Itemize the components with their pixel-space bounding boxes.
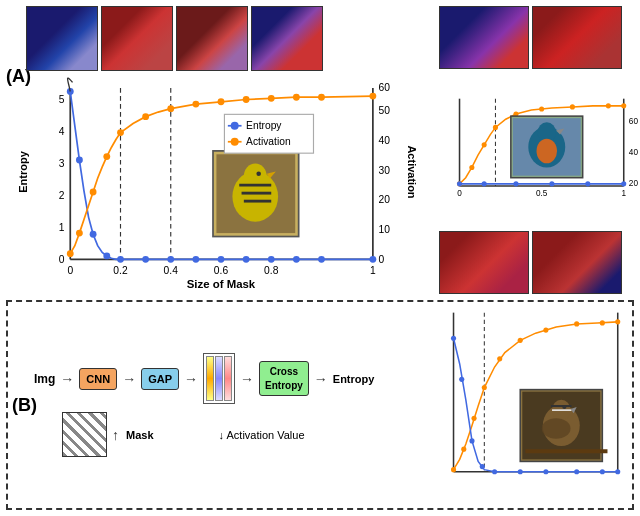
bird-images-right-top [439, 6, 634, 71]
rb-act-dot-4 [497, 356, 502, 361]
main-container: (A) Entropy Activation [0, 0, 640, 516]
r-ent-dot-3 [549, 181, 554, 186]
x-axis-label: Size of Mask [187, 278, 256, 290]
bird-image-2 [101, 6, 173, 71]
rb-act-dot-5 [518, 338, 523, 343]
x-tick-04: 0.4 [164, 265, 179, 276]
r-act-dot-1 [469, 165, 474, 170]
flow-row-2: ↑ Mask ↓ Activation Value [62, 412, 429, 457]
rb-act-dot-2 [471, 416, 476, 421]
r-act-dot-2 [482, 142, 487, 147]
entropy-dot-11 [293, 256, 300, 263]
svg-text:2: 2 [59, 190, 65, 201]
fc-layer-1 [206, 356, 214, 401]
rb-ent-dot-6 [543, 469, 548, 474]
bird-image-3 [176, 6, 248, 71]
r-ent-dot-1 [482, 181, 487, 186]
act-dot-1 [76, 230, 83, 237]
rb-ent-dot-1 [459, 377, 464, 382]
mask-arrow: ↑ [112, 427, 119, 443]
cnn-box: CNN [79, 368, 117, 390]
arrow-1: → [60, 371, 74, 387]
act-dot-0 [67, 250, 74, 257]
act-dot-5 [142, 113, 149, 120]
cross-entropy-label: CrossEntropy [265, 366, 303, 390]
bird-image-4 [251, 6, 323, 71]
act-dot-7 [192, 101, 199, 108]
act-dot-9 [243, 96, 250, 103]
act-dot-13 [369, 93, 376, 100]
bottom-section: (B) Img → CNN → GAP → [6, 300, 634, 510]
panel-a: (A) Entropy Activation [6, 6, 435, 296]
bird-right-1 [439, 6, 529, 69]
panel-b-content: Img → CNN → GAP → → [34, 306, 429, 504]
rb-act-dot-3 [482, 385, 487, 390]
y-left-label: Entropy [17, 152, 29, 194]
r-act-dot-5 [539, 106, 544, 111]
svg-text:3: 3 [59, 158, 65, 169]
chart-right-top: 0 0.5 1 20 40 60 [439, 74, 634, 226]
svg-point-60 [562, 405, 566, 409]
svg-text:4: 4 [59, 126, 65, 137]
svg-text:10: 10 [379, 224, 391, 235]
rb-ent-dot-2 [469, 438, 474, 443]
r-act-dot-6 [570, 104, 575, 109]
act-dot-10 [268, 95, 275, 102]
r-ent-dot-2 [513, 181, 518, 186]
entropy-dot-9 [243, 256, 250, 263]
y-right-label: Activation [405, 146, 417, 199]
entropy-dot-5 [142, 256, 149, 263]
act-dot-6 [167, 105, 174, 112]
x-tick-02: 0.2 [113, 265, 128, 276]
legend-activation: Activation [246, 136, 291, 147]
arrow-3: → [184, 371, 198, 387]
svg-text:20: 20 [629, 179, 639, 188]
main-chart-area: Entropy Activation 0 0.2 0.4 0.6 0.8 1 [36, 80, 390, 296]
entropy-dot-6 [167, 256, 174, 263]
panel-b-label: (B) [12, 395, 37, 416]
mask-label: Mask [126, 429, 154, 441]
svg-text:1: 1 [59, 222, 65, 233]
mask-image [62, 412, 107, 457]
svg-point-46 [537, 139, 558, 164]
svg-text:0: 0 [457, 189, 462, 198]
arrow-4: → [240, 371, 254, 387]
r-ent-dot-0 [457, 181, 462, 186]
entropy-dot-4 [117, 256, 124, 263]
entropy-dot-7 [192, 256, 199, 263]
act-dot-4 [117, 129, 124, 136]
svg-text:1: 1 [621, 189, 626, 198]
svg-text:40: 40 [379, 135, 391, 146]
svg-text:0.5: 0.5 [536, 189, 548, 198]
gap-box: GAP [141, 368, 179, 390]
r-act-dot-8 [621, 103, 626, 108]
bird-images-top [26, 6, 435, 76]
panel-b: (B) Img → CNN → GAP → [12, 306, 429, 504]
svg-text:20: 20 [379, 194, 391, 205]
cross-entropy-box: CrossEntropy [259, 361, 309, 395]
r-ent-dot-4 [585, 181, 590, 186]
chart-right-bottom [433, 306, 628, 504]
x-tick-1: 1 [370, 265, 376, 276]
svg-text:5: 5 [59, 94, 65, 105]
legend-entropy: Entropy [246, 120, 282, 131]
act-dot-8 [218, 98, 225, 105]
entropy-dot-3 [103, 253, 110, 260]
panel-right: 0 0.5 1 20 40 60 [439, 6, 634, 296]
rb-ent-dot-8 [600, 469, 605, 474]
svg-text:0: 0 [379, 254, 385, 265]
bird-images-right-bottom [439, 231, 634, 296]
svg-point-26 [256, 171, 261, 176]
entropy-dot-12 [318, 256, 325, 263]
fc-layer-3 [224, 356, 232, 401]
right-bottom-chart-svg [433, 306, 628, 504]
rb-act-dot-8 [600, 320, 605, 325]
x-tick-08: 0.8 [264, 265, 279, 276]
fc-layers [203, 353, 235, 404]
rb-act-dot-9 [615, 319, 620, 324]
bird-image-1 [26, 6, 98, 71]
rb-ent-dot-7 [574, 469, 579, 474]
r-ent-dot-5 [621, 181, 626, 186]
panel-b-right [433, 306, 628, 504]
right-chart-top-svg: 0 0.5 1 20 40 60 [439, 74, 634, 226]
